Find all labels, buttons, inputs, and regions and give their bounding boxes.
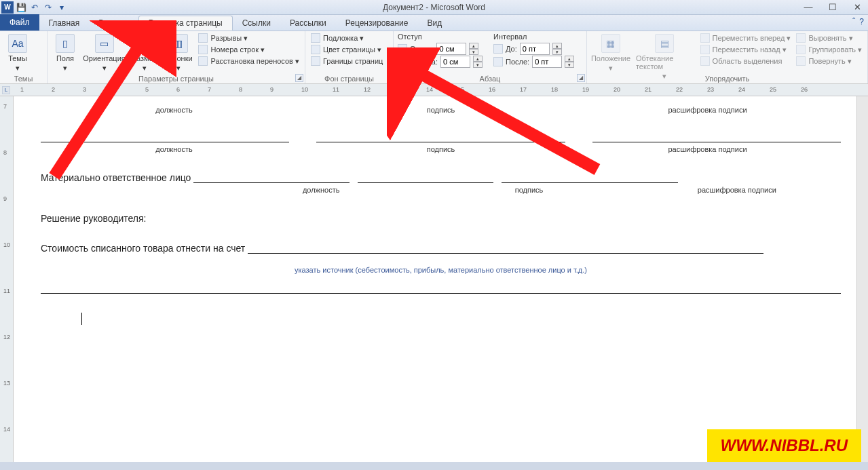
save-icon[interactable]: 💾 [15, 1, 27, 14]
watermark-badge: WWW.NIBBL.RU [707, 429, 862, 462]
align-button[interactable]: Выровнять ▾ [795, 33, 863, 43]
group-page-bg-label: Фон страницы [305, 75, 393, 83]
resp-person-line: Материально ответственное лицо [41, 172, 841, 183]
sig-decode-label: расшифровка подписи [574, 106, 841, 114]
indent-left-row: Слева: ▴▾ [398, 43, 483, 55]
group-arrange-label: Упорядочить [587, 75, 867, 83]
spacing-after-icon [493, 57, 503, 66]
tab-page-layout[interactable]: Разметка страницы [138, 16, 233, 31]
orientation-icon: ▭ [95, 34, 114, 53]
margins-button[interactable]: ▯Поля▾ [52, 33, 79, 74]
sig-sign-label: подпись [307, 106, 574, 114]
status-bar [0, 462, 868, 470]
spinner-up[interactable]: ▴ [565, 56, 574, 62]
signature-line [41, 130, 289, 142]
document-page[interactable]: должность подпись расшифровка подписи до… [14, 96, 868, 462]
group-icon [796, 45, 806, 54]
tab-view[interactable]: Вид [417, 16, 451, 31]
spinner-down[interactable]: ▾ [469, 49, 478, 55]
vertical-ruler[interactable]: 7891011121314 [0, 96, 14, 462]
ruler-corner[interactable]: L [2, 86, 10, 94]
spinner-up[interactable]: ▴ [473, 56, 483, 62]
minimize-ribbon-icon[interactable]: ˆ [852, 17, 855, 26]
tab-references[interactable]: Ссылки [233, 16, 280, 31]
line-numbers-button[interactable]: Номера строк ▾ [197, 44, 301, 55]
indent-right-icon [398, 57, 407, 66]
watermark-button[interactable]: Подложка ▾ [309, 33, 384, 43]
word-icon: W [1, 1, 14, 14]
spinner-down[interactable]: ▾ [473, 62, 483, 68]
indent-left-icon [398, 44, 407, 54]
horizontal-ruler[interactable]: L 12345678910111213141516171819202122232… [0, 84, 868, 96]
spinner-down[interactable]: ▾ [552, 49, 562, 55]
document-area: 7891011121314 должность подпись расшифро… [0, 96, 868, 462]
vertical-scrollbar[interactable] [856, 96, 868, 462]
title-bar: W 💾 ↶ ↷ ▾ Документ2 - Microsoft Word ― ☐… [0, 0, 868, 15]
indent-right-input[interactable] [440, 56, 470, 68]
indent-left-input[interactable] [436, 43, 466, 55]
tab-home[interactable]: Главная [39, 16, 90, 31]
minimize-button[interactable]: ― [799, 1, 818, 14]
spacing-before-row: До: ▴▾ [493, 43, 574, 55]
position-icon: ▦ [601, 34, 620, 53]
position-button[interactable]: ▦Положение▾ [591, 33, 630, 74]
chevron-down-icon: ▾ [176, 64, 181, 73]
hint-text: указать источник (себестоимость, прибыль… [41, 266, 841, 274]
send-backward-button[interactable]: Переместить назад ▾ [699, 44, 793, 55]
columns-button[interactable]: ▥Колонки▾ [162, 33, 195, 74]
group-themes-label: Темы [0, 75, 47, 83]
page-color-button[interactable]: Цвет страницы ▾ [309, 44, 384, 55]
tab-review[interactable]: Рецензирование [336, 16, 418, 31]
line-numbers-icon [198, 45, 208, 54]
rotate-button[interactable]: Повернуть ▾ [795, 56, 863, 66]
breaks-button[interactable]: Разрывы ▾ [197, 33, 301, 43]
hyphenation-button[interactable]: Расстановка переносов ▾ [197, 56, 301, 66]
chevron-down-icon: ▾ [16, 64, 20, 73]
spacing-before-icon [493, 44, 503, 54]
chevron-down-icon: ▾ [143, 64, 147, 73]
maximize-button[interactable]: ☐ [823, 1, 842, 14]
bring-forward-icon [700, 33, 710, 43]
spinner-up[interactable]: ▴ [552, 43, 562, 49]
page-borders-icon [311, 56, 320, 66]
spinner-down[interactable]: ▾ [565, 62, 574, 68]
spacing-before-input[interactable] [520, 43, 550, 55]
sig-position-label: должность [217, 186, 425, 194]
tab-insert[interactable]: Вставка [89, 16, 138, 31]
wrap-text-icon: ▤ [655, 34, 674, 53]
chevron-down-icon: ▾ [102, 64, 107, 73]
redo-icon[interactable]: ↷ [42, 1, 54, 14]
sig-position-label: должность [41, 106, 307, 114]
spacing-header: Интервал [493, 33, 574, 41]
sig-sign-label: подпись [425, 186, 633, 194]
paragraph-launcher[interactable]: ◢ [577, 74, 585, 82]
full-underline [41, 293, 841, 294]
group-button[interactable]: Группировать ▾ [795, 44, 863, 55]
window-title: Документ2 - Microsoft Word [383, 3, 485, 12]
spacing-after-input[interactable] [532, 56, 562, 68]
themes-button[interactable]: Aa Темы ▾ [4, 33, 31, 74]
sig-decode-label: расшифровка подписи [633, 186, 841, 194]
margins-icon: ▯ [56, 34, 75, 53]
send-backward-icon [700, 45, 710, 54]
page-setup-launcher[interactable]: ◢ [295, 74, 303, 82]
group-page-setup-label: Параметры страницы [48, 75, 305, 83]
ribbon-tabs: Файл Главная Вставка Разметка страницы С… [0, 15, 868, 31]
page-borders-button[interactable]: Границы страниц [309, 56, 384, 66]
signature-line [592, 130, 841, 142]
size-button[interactable]: ▯Размер▾ [130, 33, 159, 74]
page-color-icon [311, 45, 320, 54]
help-icon[interactable]: ? [859, 17, 864, 26]
rotate-icon [796, 56, 806, 66]
themes-label: Темы [8, 54, 27, 62]
qat-dropdown-icon[interactable]: ▾ [56, 1, 68, 14]
close-button[interactable]: ✕ [848, 1, 867, 14]
orientation-button[interactable]: ▭Ориентация▾ [81, 33, 127, 74]
tab-mailings[interactable]: Рассылки [280, 16, 336, 31]
bring-forward-button[interactable]: Переместить вперед ▾ [699, 33, 793, 43]
undo-icon[interactable]: ↶ [29, 1, 41, 14]
selection-pane-button[interactable]: Область выделения [699, 56, 793, 66]
file-tab[interactable]: Файл [0, 14, 39, 31]
sig-sign-label: подпись [307, 145, 574, 153]
spinner-up[interactable]: ▴ [469, 43, 478, 49]
